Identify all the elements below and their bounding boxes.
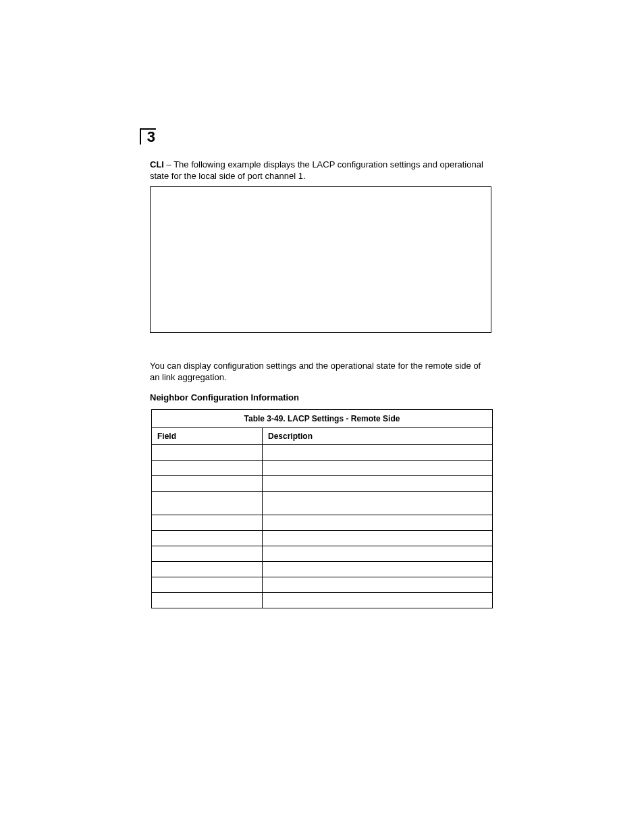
- table-row: [152, 445, 493, 461]
- table-cell-description: [263, 577, 493, 593]
- chapter-number-icon: 3: [140, 128, 156, 145]
- table-cell-field: [152, 515, 263, 531]
- intro-text: – The following example displays the LAC…: [150, 159, 483, 181]
- table-caption: Table 3-49. LACP Settings - Remote Side: [151, 409, 493, 427]
- cli-output-box: [150, 186, 491, 333]
- table-cell-description: [263, 546, 493, 562]
- table-cell-field: [152, 577, 263, 593]
- page: 3 CLI – The following example displays t…: [0, 0, 644, 834]
- table-cell-field: [152, 476, 263, 492]
- table-cell-field: [152, 461, 263, 476]
- table-cell-field: [152, 546, 263, 562]
- table-cell-field: [152, 593, 263, 608]
- table-row: [152, 546, 493, 562]
- table-cell-description: [263, 492, 493, 515]
- table-cell-description: [263, 461, 493, 476]
- table-cell-description: [263, 476, 493, 492]
- table-row: [152, 476, 493, 492]
- intro-paragraph: CLI – The following example displays the…: [150, 159, 491, 182]
- table-row: [152, 531, 493, 546]
- table-cell-description: [263, 562, 493, 577]
- table-cell-field: [152, 445, 263, 461]
- table-cell-description: [263, 515, 493, 531]
- table-row: [152, 562, 493, 577]
- remote-side-paragraph: You can display configuration settings a…: [150, 360, 491, 383]
- table-cell-field: [152, 492, 263, 515]
- table-cell-field: [152, 562, 263, 577]
- table-header-description: Description: [263, 428, 493, 445]
- table-row: [152, 492, 493, 515]
- table-cell-field: [152, 531, 263, 546]
- table-row: [152, 577, 493, 593]
- lacp-remote-table: Table 3-49. LACP Settings - Remote Side …: [151, 409, 493, 608]
- table-cell-description: [263, 531, 493, 546]
- table-cell-description: [263, 593, 493, 608]
- table-header-field: Field: [152, 428, 263, 445]
- table-row: [152, 515, 493, 531]
- intro-bold: CLI: [150, 159, 164, 170]
- table-row: [152, 461, 493, 476]
- neighbor-config-heading: Neighbor Configuration Information: [150, 392, 491, 402]
- table-cell-description: [263, 445, 493, 461]
- table-row: [152, 593, 493, 608]
- table-header-row: Field Description: [152, 428, 493, 445]
- main-content: CLI – The following example displays the…: [150, 125, 491, 608]
